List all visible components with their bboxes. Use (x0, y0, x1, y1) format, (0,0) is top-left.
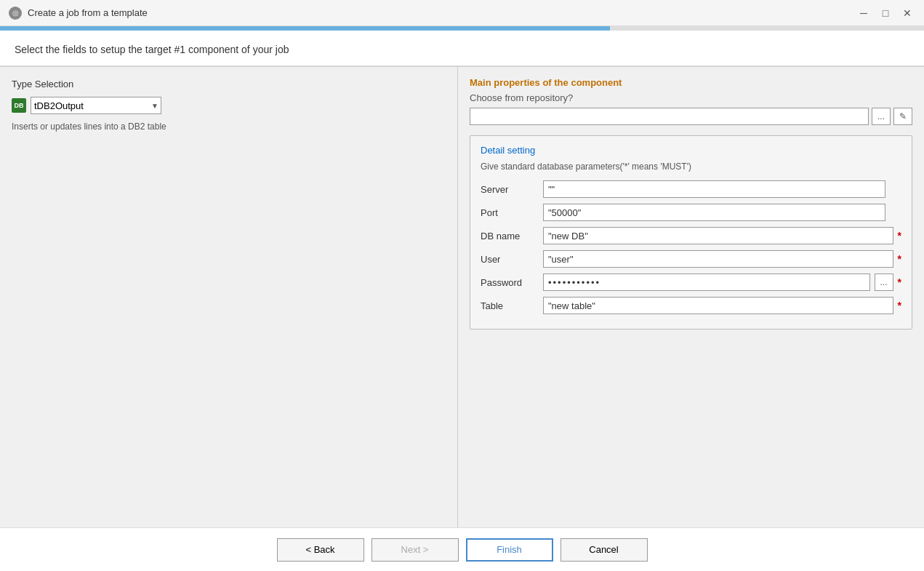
user-label: User (481, 254, 539, 265)
dbname-label: DB name (481, 231, 539, 241)
choose-repo-label: Choose from repository? (470, 92, 912, 103)
finish-button[interactable]: Finish (466, 538, 553, 562)
detail-setting-box: Detail setting Give standard database pa… (470, 135, 912, 330)
right-panel: Main properties of the component Choose … (458, 67, 924, 527)
minimize-button[interactable]: ─ (856, 5, 872, 21)
port-input[interactable] (543, 204, 885, 221)
type-select-dropdown[interactable]: tDB2Output (31, 97, 161, 114)
table-input[interactable] (543, 297, 893, 314)
type-icon: DB (12, 98, 26, 113)
window-title: Create a job from a template (28, 7, 148, 18)
cancel-button[interactable]: Cancel (561, 538, 648, 562)
detail-setting-title: Detail setting (481, 145, 901, 156)
detail-setting-subtitle: Give standard database parameters('*' me… (481, 161, 901, 172)
repo-input[interactable] (470, 108, 869, 125)
repo-pencil-button[interactable]: ✎ (893, 108, 912, 125)
password-required-star: * (898, 276, 901, 288)
password-input[interactable] (543, 273, 870, 291)
content-area: Select the fields to setup the target #1… (0, 31, 924, 527)
type-selection-label: Type Selection (12, 79, 446, 89)
app-icon: ◎ (9, 7, 22, 20)
server-row: Server (481, 180, 901, 198)
port-row: Port (481, 204, 901, 221)
user-row: User * (481, 250, 901, 268)
user-input[interactable] (543, 250, 893, 268)
table-row: Table * (481, 297, 901, 314)
server-input[interactable] (543, 180, 885, 198)
close-button[interactable]: ✕ (899, 5, 915, 21)
right-panel-title: Main properties of the component (470, 77, 912, 88)
user-required-star: * (898, 253, 901, 265)
maximize-button[interactable]: □ (877, 5, 893, 21)
window-controls: ─ □ ✕ (856, 5, 915, 21)
dbname-row: DB name * (481, 227, 901, 244)
choose-repo-row: ... ✎ (470, 108, 912, 125)
server-label: Server (481, 184, 539, 195)
table-required-star: * (898, 300, 901, 311)
main-panel: Type Selection DB tDB2Output ▼ Inserts o… (0, 66, 924, 527)
next-button[interactable]: Next > (371, 538, 459, 562)
password-dots-button[interactable]: ... (875, 273, 893, 291)
left-panel: Type Selection DB tDB2Output ▼ Inserts o… (0, 67, 458, 527)
instruction-text: Select the fields to setup the target #1… (15, 44, 289, 55)
back-button[interactable]: < Back (277, 538, 364, 562)
pencil-icon: ✎ (899, 111, 907, 121)
title-bar: ◎ Create a job from a template ─ □ ✕ (0, 0, 924, 26)
dbname-input[interactable] (543, 227, 893, 244)
table-label: Table (481, 300, 539, 311)
type-select-wrapper: tDB2Output ▼ (31, 97, 161, 114)
header: Select the fields to setup the target #1… (0, 31, 924, 66)
title-bar-left: ◎ Create a job from a template (9, 7, 148, 20)
password-row: Password ... * (481, 273, 901, 291)
type-select-row: DB tDB2Output ▼ (12, 97, 446, 114)
password-label: Password (481, 277, 539, 288)
repo-dots-button[interactable]: ... (872, 108, 891, 125)
port-label: Port (481, 207, 539, 218)
dbname-required-star: * (898, 230, 901, 241)
type-description: Inserts or updates lines into a DB2 tabl… (12, 121, 446, 132)
footer: < Back Next > Finish Cancel (0, 527, 924, 571)
